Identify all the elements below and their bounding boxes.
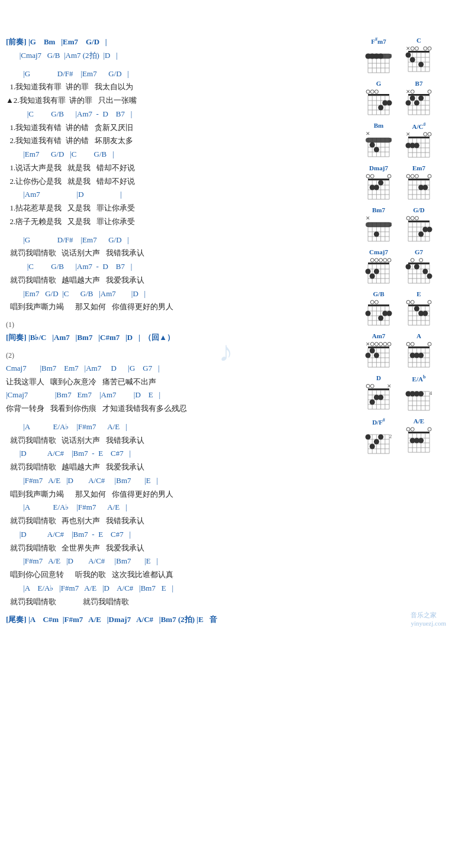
empty-line — [6, 314, 355, 319]
svg-point-352 — [406, 427, 410, 431]
lyric-line: 就罚我唱情歌 说话别大声 我错我承认 — [6, 434, 355, 448]
diagram-row: GB7✕ — [361, 80, 446, 118]
svg-text:2: 2 — [389, 433, 392, 439]
svg-point-250 — [414, 306, 419, 312]
svg-point-307 — [378, 395, 383, 400]
svg-text:✕: ✕ — [406, 131, 411, 137]
lyric-line: |A E/A♭ |F#m7 A/E |D A/C# |Bm7 E | — [6, 582, 355, 595]
svg-point-192 — [383, 258, 387, 262]
chord-diagram-svg — [403, 172, 434, 203]
svg-point-266 — [383, 342, 387, 346]
svg-point-124 — [370, 185, 375, 190]
chord-diagram-svg: 2✕ — [363, 129, 394, 160]
chord-diagram-svg — [403, 298, 434, 329]
svg-point-303 — [370, 384, 374, 388]
svg-point-189 — [370, 258, 374, 262]
svg-rect-233 — [408, 305, 430, 306]
svg-point-337 — [370, 443, 375, 449]
chord-diagram-svg — [363, 172, 394, 203]
svg-point-230 — [387, 311, 392, 316]
diagram-Bm7: Bm72✕ — [361, 206, 396, 245]
chord-name: A/E — [414, 417, 424, 425]
svg-point-176 — [418, 232, 424, 237]
svg-rect-290 — [368, 388, 389, 390]
chord-name: Cmaj7 — [369, 248, 388, 255]
lyric-line: |D A/C# |Bm7 - E C#7 | — [6, 447, 355, 461]
chord-diagram-svg: ✕ — [403, 130, 434, 161]
lyric-line: 就罚我唱情歌 说话别大声 我错我承认 — [6, 247, 355, 260]
svg-point-120 — [366, 174, 370, 178]
svg-point-227 — [370, 300, 374, 304]
svg-point-286 — [428, 342, 431, 346]
diagram-Dmaj7: Dmaj7 — [361, 164, 396, 203]
diagram-Am7: Am7✕ — [361, 332, 396, 371]
lyric-line: 1.我知道我有错 讲的错 贪新又厌旧 — [6, 121, 355, 135]
chord-name: C — [417, 37, 421, 44]
empty-line — [6, 345, 355, 349]
svg-rect-197 — [408, 263, 430, 264]
lyric-line: 唱到我声嘶力竭 那又如何 你值得更好的男人 — [6, 488, 355, 501]
diagram-row: Bm2✕A/C#✕ — [361, 122, 446, 161]
chord-name: B7 — [415, 80, 423, 87]
lyrics-chords: [前奏] |G Bm |Em7 G/D | |Cmaj7 G/B |Am7 (2… — [6, 35, 359, 627]
svg-point-191 — [379, 258, 383, 262]
empty-line — [6, 416, 355, 420]
lyric-line: 1.我知道我有罪 讲的罪 我太自以为 — [6, 80, 355, 94]
svg-point-209 — [411, 258, 414, 262]
svg-point-67 — [411, 90, 414, 93]
svg-point-72 — [414, 100, 419, 105]
lyric-line: |Cmaj7 G/B |Am7 (2拍) |D | — [6, 49, 355, 63]
svg-point-35 — [418, 62, 424, 67]
diagram-AC: A/C#✕ — [401, 122, 437, 161]
svg-point-306 — [370, 400, 375, 405]
svg-text:✕: ✕ — [406, 89, 411, 95]
svg-point-143 — [422, 185, 428, 190]
svg-point-323 — [418, 391, 424, 396]
svg-rect-340 — [408, 432, 430, 433]
svg-point-139 — [411, 174, 414, 178]
lyric-line: 就罚我唱情歌 越唱越大声 我爱我承认 — [6, 461, 355, 474]
lyric-line: (2) — [6, 349, 355, 362]
lyric-line: [尾奏] |A C#m |F#m7 A/E |Dmaj7 A/C# |Bm7 (… — [6, 613, 355, 627]
diagram-row: Cmaj7G7 — [361, 248, 446, 287]
svg-point-172 — [411, 216, 414, 220]
lyric-line: 让我这罪人 嚷到心灰意冷 痛苦已喊不出声 — [6, 375, 355, 389]
svg-point-249 — [422, 311, 428, 316]
diagram-B7: B7✕ — [401, 80, 437, 118]
chord-diagram-svg: ✕ — [363, 382, 394, 413]
svg-point-339 — [378, 434, 383, 439]
diagram-row: D/F#2A/E — [361, 417, 446, 457]
svg-text:✕: ✕ — [366, 131, 370, 137]
svg-point-175 — [427, 227, 432, 232]
diagram-Em7: Em7 — [401, 164, 437, 203]
svg-point-29 — [411, 47, 414, 50]
chord-diagram-svg — [403, 214, 434, 245]
lyric-line: 2.让你伤心是我 就是我 错却不好说 — [6, 175, 355, 189]
svg-text:✕: ✕ — [366, 215, 370, 221]
chord-diagrams: F#m72C✕GB7✕Bm2✕A/C#✕Dmaj7Em7Bm72✕G/DCmaj… — [359, 35, 446, 627]
lyric-line: 就罚我唱情歌 就罚我唱情歌 — [6, 595, 355, 609]
lyric-line: 2.痞子无赖是我 又是我 罪让你承受 — [6, 215, 355, 229]
svg-point-214 — [414, 264, 419, 270]
chord-name: G/D — [413, 206, 425, 213]
svg-point-171 — [406, 216, 410, 220]
lyric-line: 唱到你心回意转 听我的歌 这次我比谁都认真 — [6, 568, 355, 582]
empty-line — [6, 63, 355, 67]
svg-rect-55 — [408, 94, 430, 96]
lyric-line: |Am7 |D | — [6, 188, 355, 202]
lyric-line: |A E/A♭ |F#m7 A/E | — [6, 501, 355, 514]
lyric-line: |C G/B |Am7 - D B7 | — [6, 108, 355, 121]
svg-point-190 — [374, 258, 378, 262]
empty-line — [6, 608, 355, 613]
diagram-Bm: Bm2✕ — [361, 122, 396, 161]
svg-point-284 — [406, 342, 410, 346]
svg-point-196 — [374, 269, 379, 274]
svg-point-71 — [410, 95, 415, 101]
diagram-row: D✕E/Ab4 — [361, 374, 446, 414]
svg-point-263 — [370, 342, 374, 346]
diagram-G: G — [361, 80, 396, 118]
empty-line — [6, 229, 355, 234]
svg-point-141 — [428, 174, 431, 178]
svg-point-212 — [422, 269, 428, 274]
svg-rect-156 — [366, 222, 392, 227]
